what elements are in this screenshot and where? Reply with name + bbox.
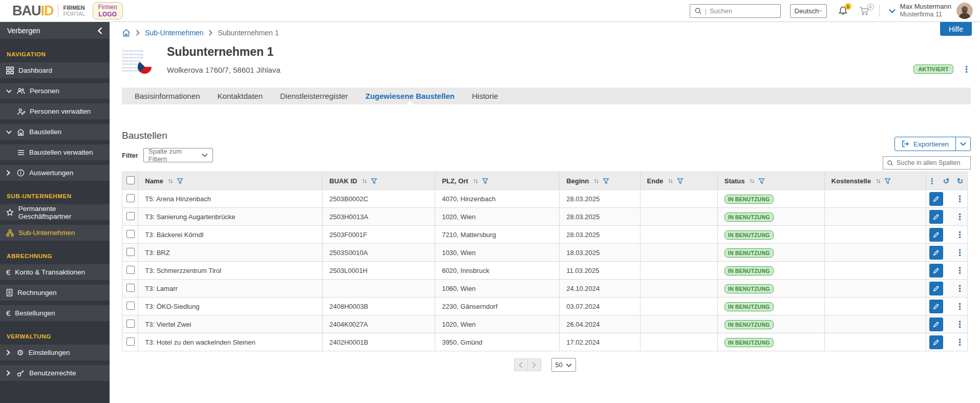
cart-count-badge: 0 bbox=[867, 4, 874, 10]
page-size-select[interactable]: 50 bbox=[551, 358, 576, 372]
select-all-checkbox[interactable] bbox=[126, 176, 135, 184]
sidebar-section-abrechnung: ABRECHNUNG bbox=[0, 253, 110, 259]
next-page-button[interactable] bbox=[527, 358, 541, 371]
sort-icon[interactable]: ↑↓ bbox=[668, 177, 672, 184]
row-checkbox[interactable] bbox=[126, 230, 135, 238]
row-menu-icon[interactable]: ⋮ bbox=[955, 266, 964, 275]
edit-button[interactable] bbox=[929, 192, 943, 206]
table-search-input[interactable] bbox=[897, 159, 967, 166]
refresh-icon[interactable]: ↻ bbox=[956, 177, 963, 185]
cell-buak-id: 2503F0001F bbox=[323, 226, 435, 244]
home-icon[interactable] bbox=[122, 29, 131, 37]
sort-icon[interactable]: ↑↓ bbox=[593, 177, 598, 184]
sidebar-section-navigation: NAVIGATION bbox=[0, 51, 110, 57]
edit-button[interactable] bbox=[929, 282, 943, 295]
row-checkbox[interactable] bbox=[126, 212, 135, 220]
row-menu-icon[interactable]: ⋮ bbox=[955, 248, 964, 257]
row-checkbox[interactable] bbox=[126, 302, 135, 310]
filter-funnel-icon[interactable] bbox=[482, 178, 488, 184]
sidebar-item-auswertungen[interactable]: Auswertungen bbox=[0, 165, 110, 181]
edit-button[interactable] bbox=[929, 264, 943, 278]
euro-icon: € bbox=[6, 268, 10, 276]
sidebar-item-baustellen-verwalten[interactable]: Baustellen verwalten bbox=[0, 144, 110, 160]
chevron-right-icon bbox=[532, 362, 536, 368]
edit-button[interactable] bbox=[929, 246, 943, 260]
row-menu-icon[interactable]: ⋮ bbox=[955, 320, 964, 329]
row-checkbox[interactable] bbox=[126, 194, 135, 202]
sidebar-item-dashboard[interactable]: Dashboard bbox=[0, 62, 110, 78]
row-checkbox[interactable] bbox=[126, 266, 135, 274]
prev-page-button[interactable] bbox=[514, 358, 528, 371]
cell-kostenstelle bbox=[824, 226, 926, 244]
export-options-caret[interactable] bbox=[955, 137, 970, 151]
global-search-input[interactable] bbox=[710, 7, 776, 15]
row-menu-icon[interactable]: ⋮ bbox=[955, 213, 964, 221]
sidebar-item-permanente-geschaeftspartner[interactable]: Permanente Geschäftspartner bbox=[0, 204, 110, 220]
row-menu-icon[interactable]: ⋮ bbox=[955, 284, 964, 293]
column-menu-icon[interactable]: ⋮ bbox=[928, 177, 936, 185]
avatar[interactable] bbox=[956, 3, 973, 19]
sort-icon[interactable]: ↑↓ bbox=[168, 177, 173, 184]
language-select[interactable]: Deutsch bbox=[790, 4, 827, 18]
notification-count-badge: 1 bbox=[845, 3, 851, 10]
tab-kontaktdaten[interactable]: Kontaktdaten bbox=[209, 88, 271, 104]
row-checkbox[interactable] bbox=[126, 320, 135, 328]
edit-button[interactable] bbox=[929, 228, 943, 242]
sidebar-item-sub-unternehmen[interactable]: Sub-Unternehmen bbox=[0, 225, 110, 241]
edit-button[interactable] bbox=[929, 335, 943, 349]
edit-button[interactable] bbox=[929, 210, 943, 224]
row-menu-icon[interactable]: ⋮ bbox=[955, 302, 964, 311]
sidebar-item-benutzerrechte[interactable]: Benutzerrechte bbox=[0, 365, 110, 381]
sidebar-item-rechnungen[interactable]: Rechnungen bbox=[0, 285, 110, 301]
tab-historie[interactable]: Historie bbox=[463, 88, 507, 104]
sidebar-item-einstellungen[interactable]: ⚙ Einstellungen bbox=[0, 345, 110, 360]
notifications-button[interactable]: 1 bbox=[838, 6, 848, 16]
breadcrumb-link-sub-unternehmen[interactable]: Sub-Unternehmen bbox=[145, 29, 203, 37]
cell-ende bbox=[640, 226, 717, 244]
sort-icon[interactable]: ↑↓ bbox=[876, 177, 880, 184]
sidebar-collapse-button[interactable]: Verbergen bbox=[0, 22, 110, 39]
cell-kostenstelle bbox=[824, 333, 926, 351]
baustellen-table: Name↑↓BUAK ID↑↓PLZ, Ort↑↓Beginn↑↓Ende↑↓S… bbox=[122, 172, 968, 351]
filter-funnel-icon[interactable] bbox=[758, 178, 765, 184]
row-menu-icon[interactable]: ⋮ bbox=[955, 230, 964, 239]
row-checkbox[interactable] bbox=[126, 248, 135, 256]
sidebar-item-konto-transaktionen[interactable]: € Konto & Transaktionen bbox=[0, 264, 110, 280]
row-menu-icon[interactable]: ⋮ bbox=[955, 195, 964, 203]
sidebar-item-personen-verwalten[interactable]: Personen verwalten bbox=[0, 103, 110, 119]
cart-button[interactable]: 0 bbox=[859, 6, 870, 16]
sort-icon[interactable]: ↑↓ bbox=[750, 177, 754, 184]
tab-zugewiesene-baustellen[interactable]: Zugewiesene Baustellen bbox=[357, 88, 463, 104]
global-search[interactable]: | bbox=[690, 4, 781, 18]
pencil-icon bbox=[933, 303, 940, 310]
sidebar-item-personen[interactable]: Personen bbox=[0, 83, 110, 99]
filter-funnel-icon[interactable] bbox=[677, 178, 684, 184]
user-menu[interactable]: Max Mustermann Musterfirma 11 bbox=[889, 3, 951, 19]
export-button[interactable]: Exportieren bbox=[894, 137, 971, 151]
help-button[interactable]: Hilfe bbox=[940, 22, 972, 36]
edit-button[interactable] bbox=[929, 317, 943, 331]
tab-dienstleisterregister[interactable]: Dienstleisterregister bbox=[271, 88, 357, 104]
edit-button[interactable] bbox=[929, 300, 943, 313]
row-menu-icon[interactable]: ⋮ bbox=[955, 338, 964, 347]
sort-icon[interactable]: ↑↓ bbox=[361, 177, 366, 184]
page-menu-icon[interactable]: ⋮ bbox=[962, 65, 971, 74]
row-checkbox-cell bbox=[122, 333, 138, 351]
filter-funnel-icon[interactable] bbox=[603, 178, 609, 184]
row-checkbox-cell bbox=[122, 208, 138, 226]
row-checkbox[interactable] bbox=[126, 284, 135, 292]
filter-funnel-icon[interactable] bbox=[177, 178, 183, 184]
tab-basisinformationen[interactable]: Basisinformationen bbox=[126, 88, 209, 104]
filter-column-select[interactable]: Spalte zum Filtern bbox=[143, 148, 213, 162]
filter-funnel-icon[interactable] bbox=[371, 178, 377, 184]
cell-plz-ort: 7210, Mattersburg bbox=[435, 226, 560, 244]
page-header: UnternehmenslogoUnternehmenslogoUnterneh… bbox=[122, 45, 971, 74]
undo-icon[interactable]: ↺ bbox=[943, 177, 950, 185]
status-badge: IN BENUTZUNG bbox=[725, 195, 774, 204]
table-search[interactable] bbox=[883, 156, 971, 169]
filter-funnel-icon[interactable] bbox=[884, 178, 891, 184]
sort-icon[interactable]: ↑↓ bbox=[473, 177, 477, 184]
sidebar-item-bestellungen[interactable]: € Bestellungen bbox=[0, 305, 110, 321]
row-checkbox[interactable] bbox=[126, 337, 135, 346]
sidebar-item-baustellen[interactable]: Baustellen bbox=[0, 124, 110, 140]
